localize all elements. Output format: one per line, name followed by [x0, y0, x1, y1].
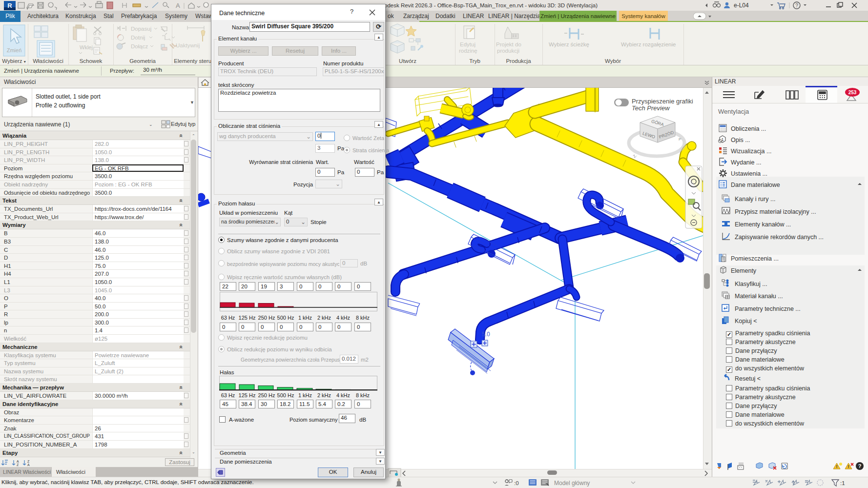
svg-text:Z: Z — [27, 460, 30, 463]
svg-text:Obliczenia ...: Obliczenia ... — [731, 125, 766, 132]
svg-text:Kopiuj <: Kopiuj < — [735, 318, 757, 325]
svg-text:Wklej: Wklej — [80, 44, 93, 50]
svg-text:A: A — [176, 2, 180, 9]
svg-text:Przyspieszenie grafiki: Przyspieszenie grafiki — [632, 98, 693, 105]
svg-text:R: R — [7, 2, 12, 9]
svg-text:Kanały i rury ...: Kanały i rury ... — [735, 196, 775, 203]
svg-text:Pomieszczenia ...: Pomieszczenia ... — [731, 255, 779, 262]
svg-text:Edytuj: Edytuj — [460, 41, 475, 47]
svg-text:Projekt do: Projekt do — [496, 41, 521, 47]
svg-text:Wybierz ścieżkę: Wybierz ścieżkę — [549, 41, 589, 47]
svg-text:Zmień: Zmień — [7, 47, 22, 53]
svg-text:A: A — [27, 463, 30, 467]
svg-text:Z: Z — [17, 463, 19, 467]
svg-text::0: :0 — [514, 480, 519, 486]
svg-text:Elementy: Elementy — [731, 267, 757, 274]
svg-text:Uaktywnij: Uaktywnij — [176, 42, 200, 48]
svg-text:rodzinę: rodzinę — [459, 48, 477, 54]
svg-text:Dane materiałowe: Dane materiałowe — [731, 182, 780, 188]
svg-text:?: ? — [858, 463, 862, 469]
svg-text:Dołącz: Dołącz — [131, 43, 148, 49]
svg-text:e-L04: e-L04 — [734, 2, 749, 9]
svg-text:Klasyfikuj ...: Klasyfikuj ... — [735, 281, 767, 287]
svg-text:Resetuj <: Resetuj < — [735, 375, 761, 382]
svg-text:Dotnij: Dotnij — [131, 35, 145, 41]
svg-text:Zapisywanie rekordów danych ..: Zapisywanie rekordów danych ... — [735, 234, 824, 241]
svg-text:!: ! — [848, 464, 849, 469]
svg-text:A: A — [17, 460, 19, 463]
svg-text:!: ! — [836, 464, 838, 469]
svg-text:Opis ...: Opis ... — [731, 137, 750, 143]
svg-text:?: ? — [795, 3, 798, 8]
svg-text:Tech Preview: Tech Preview — [632, 104, 670, 112]
svg-text:Wydanie ...: Wydanie ... — [731, 159, 761, 166]
svg-text::1: :1 — [840, 480, 845, 486]
svg-text:Model główny: Model główny — [554, 480, 590, 487]
svg-text:Parametry techniczne ...: Parametry techniczne ... — [735, 305, 801, 312]
svg-text:Wybierz rozgałęzienie: Wybierz rozgałęzienie — [621, 41, 676, 47]
svg-text:produkcji: produkcji — [497, 48, 519, 54]
svg-text:P: P — [679, 137, 681, 142]
svg-text:Wizualizacja ...: Wizualizacja ... — [731, 148, 771, 155]
svg-text:Przypisz materiał izolacyjny .: Przypisz materiał izolacyjny ... — [735, 208, 816, 215]
svg-text:5.0: 5.0 — [482, 331, 490, 338]
svg-text:Ustawienia ...: Ustawienia ... — [731, 170, 767, 177]
svg-text:Dopasuj: Dopasuj — [131, 26, 151, 32]
svg-text:odesk Revit 2026.3 - Office-Bs: odesk Revit 2026.3 - Office-Bsp-TGA_Main… — [384, 2, 598, 8]
svg-text:Materiał kanału ...: Materiał kanału ... — [735, 293, 783, 300]
svg-text:Elementy kanałów ...: Elementy kanałów ... — [735, 221, 791, 228]
